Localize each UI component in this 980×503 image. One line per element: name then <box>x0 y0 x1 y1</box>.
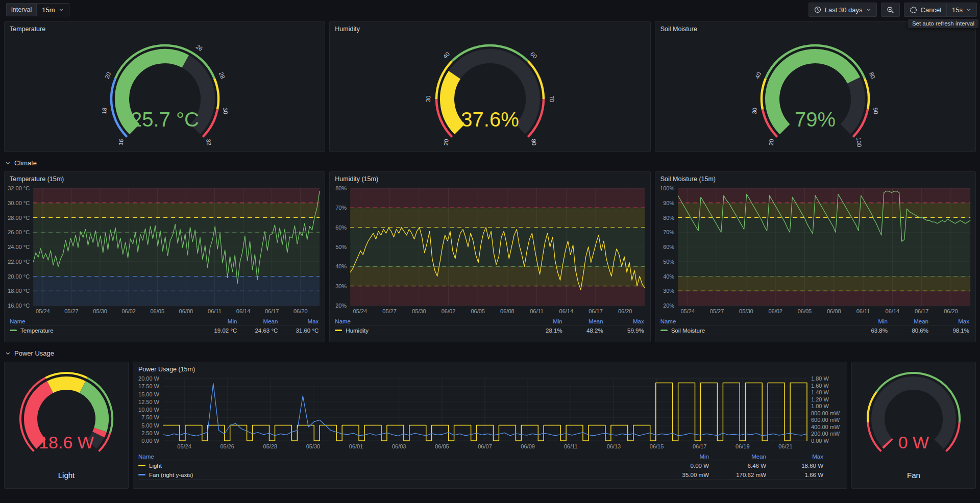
y-axis-tick-label: 17.50 W <box>138 383 160 389</box>
gauge-value-arc <box>99 430 101 435</box>
y-axis-tick-label: 30.00 °C <box>8 200 30 206</box>
panel-title[interactable]: Humidity <box>330 22 650 34</box>
row-header-power-usage[interactable]: Power Usage <box>0 346 980 360</box>
legend-stat-value: 28.1% <box>522 328 562 334</box>
y-axis-tick-label: 30% <box>663 288 674 294</box>
gauge-tick-label: 90 <box>872 107 879 114</box>
legend-series-label[interactable]: Fan (right y-axis) <box>149 472 193 478</box>
y-axis-tick-label: 70% <box>335 205 347 211</box>
legend-stat-value: 24.63 °C <box>237 328 278 334</box>
threshold-band <box>350 286 645 306</box>
x-axis-tick-label: 06/02 <box>121 308 136 314</box>
threshold-band <box>350 266 645 286</box>
x-axis-tick-label: 06/20 <box>618 308 632 314</box>
legend-stat-value: 63.8% <box>847 328 888 334</box>
x-axis-tick-label: 06/21 <box>778 443 793 449</box>
legend-header-row: NameMinMeanMax <box>335 317 644 326</box>
soil-moisture-gauge: 203040809010079% <box>718 35 912 151</box>
gauge-tick-label: 20 <box>443 139 450 146</box>
x-axis-tick-label: 06/20 <box>944 308 958 314</box>
y-axis-tick-label: 15.00 W <box>138 391 160 397</box>
x-axis-tick-label: 06/11 <box>564 443 578 449</box>
legend-stat-column: Max <box>278 318 318 324</box>
gauge-threshold-ring <box>865 79 869 110</box>
gauge-tick-label: 100 <box>855 137 863 147</box>
panel-title[interactable]: Power Usage (15m) <box>133 362 847 374</box>
soil-moisture-chart[interactable]: 100%90%80%70%60%50%40%30%20%05/2405/2705… <box>655 184 975 316</box>
panel-title[interactable]: Temperature (15m) <box>5 172 325 184</box>
legend-series: Humidity <box>335 328 521 334</box>
row-header-climate[interactable]: Climate <box>0 156 980 169</box>
cancel-button[interactable]: Cancel <box>904 3 946 16</box>
time-range-label: Last 30 days <box>825 6 863 14</box>
time-range-button[interactable]: Last 30 days <box>808 3 877 17</box>
panel-light-gauge: 18.6 W Light <box>4 362 129 489</box>
x-axis-tick-label: 05/28 <box>263 443 278 449</box>
y-axis-tick-label: 32.00 °C <box>8 185 30 191</box>
x-axis-tick-label: 06/13 <box>607 443 621 449</box>
humidity-chart[interactable]: 80%70%60%50%40%30%20%05/2405/2705/3006/0… <box>330 184 650 316</box>
y-axis-tick-label: 80% <box>663 215 674 221</box>
legend-stat-value: 98.1% <box>928 328 969 334</box>
gauge-value: 79% <box>795 108 836 131</box>
y-axis-right-tick-label: 1.60 W <box>811 383 829 389</box>
spinner-icon <box>910 6 917 14</box>
y-axis-tick-label: 2.50 W <box>141 430 159 436</box>
gauge-tick-label: 60 <box>529 51 538 60</box>
threshold-band <box>33 203 320 218</box>
legend-series-label[interactable]: Temperature <box>20 328 54 334</box>
soil-moisture-legend: NameMinMeanMaxSoil Moisture63.8%80.6%98.… <box>660 317 969 335</box>
panel-humidity-gauge: Humidity 20304060708037.6% <box>329 21 650 152</box>
panel-title[interactable]: Temperature <box>5 22 325 34</box>
toolbar: interval 15m Last 30 days <box>0 0 980 19</box>
chevron-down-icon <box>866 7 871 12</box>
x-axis-tick-label: 06/11 <box>530 308 544 314</box>
gauge-value-arc <box>83 387 102 430</box>
y-axis-right-tick-label: 600.00 mW <box>811 417 840 423</box>
legend-stat-column: Min <box>522 318 562 324</box>
refresh-interval-button[interactable]: 15s <box>946 3 976 16</box>
x-axis-tick-label: 06/09 <box>521 443 535 449</box>
legend-series-label[interactable]: Soil Moisture <box>671 328 705 334</box>
legend-stat-value: 1.66 W <box>766 472 823 478</box>
legend-stat-value: 31.60 °C <box>278 328 318 334</box>
gauge-tick-label: 40 <box>442 51 451 60</box>
legend-row: Soil Moisture63.8%80.6%98.1% <box>660 326 969 335</box>
gauge-value: 37.6% <box>461 108 519 131</box>
zoom-out-button[interactable] <box>881 3 900 17</box>
set-auto-refresh-tooltip: Set auto refresh interval <box>908 19 978 28</box>
series-color-swatch <box>335 330 342 331</box>
panel-temperature-chart: Temperature (15m) 32.00 °C30.00 °C28.00 … <box>4 171 325 342</box>
interval-select[interactable]: 15m <box>36 3 69 16</box>
x-axis-tick-label: 06/17 <box>589 308 603 314</box>
power-usage-chart[interactable]: 20.00 W17.50 W15.00 W12.50 W10.00 W7.50 … <box>133 374 847 451</box>
legend-stat-value: 170.62 mW <box>709 472 766 478</box>
y-axis-tick-label: 80% <box>335 185 347 191</box>
gauge-tick-label: 20 <box>768 139 775 146</box>
y-axis-tick-label: 20.00 °C <box>8 273 30 280</box>
magnifier-minus-icon <box>887 6 894 14</box>
x-axis-tick-label: 05/27 <box>383 308 397 314</box>
series-color-swatch <box>660 330 668 331</box>
y-axis-right-tick-label: 400.00 mW <box>811 424 840 430</box>
threshold-band <box>33 188 320 203</box>
refresh-interval-value: 15s <box>952 6 963 14</box>
panel-title[interactable]: Humidity (15m) <box>330 172 650 184</box>
y-axis-tick-label: 100% <box>660 185 674 191</box>
panel-title[interactable]: Soil Moisture (15m) <box>655 172 975 184</box>
x-axis-tick-label: 06/20 <box>293 308 308 314</box>
legend-series-label[interactable]: Light <box>149 463 162 469</box>
temperature-chart[interactable]: 32.00 °C30.00 °C28.00 °C26.00 °C24.00 °C… <box>5 184 325 316</box>
legend-stat-column: Max <box>928 318 969 324</box>
x-axis-tick-label: 05/30 <box>93 308 107 314</box>
legend-header-row: NameMinMeanMax <box>138 452 823 461</box>
legend-series-label[interactable]: Humidity <box>346 328 369 334</box>
x-axis-tick-label: 05/30 <box>412 308 426 314</box>
y-axis-tick-label: 28.00 °C <box>8 215 30 221</box>
chevron-down-icon <box>59 7 64 12</box>
y-axis-tick-label: 70% <box>663 229 674 235</box>
y-axis-right-tick-label: 0.00 W <box>811 438 829 444</box>
refresh-group: Cancel 15s <box>904 3 977 17</box>
legend-row: Fan (right y-axis)35.00 mW170.62 mW1.66 … <box>138 470 823 480</box>
gauge-value: 18.6 W <box>39 433 94 452</box>
